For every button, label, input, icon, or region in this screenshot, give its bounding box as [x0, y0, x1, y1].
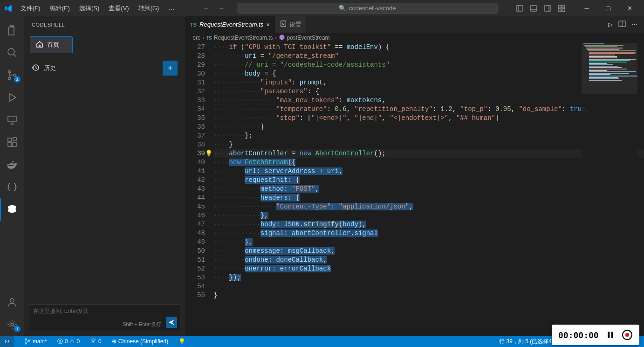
minimize-icon[interactable]: ─ — [576, 0, 597, 16]
menu-overflow[interactable]: … — [164, 2, 178, 14]
menu-edit[interactable]: 编辑(E) — [46, 2, 74, 14]
remote-indicator[interactable] — [0, 336, 14, 347]
tab-settings[interactable]: 设置 — [275, 16, 307, 33]
code-line[interactable]: ············}, — [213, 211, 644, 220]
recorder-stop-button[interactable] — [622, 330, 632, 340]
nav-forward-icon[interactable]: → — [215, 3, 226, 14]
code-line[interactable]: ············headers: { — [213, 194, 644, 202]
activity-search-icon[interactable] — [0, 42, 24, 64]
lightbulb-icon[interactable]: 💡 — [205, 149, 212, 158]
line-number: 55 — [185, 291, 205, 300]
code-content[interactable]: ····if ("GPU with TGI toolkit" == modelE… — [213, 43, 644, 336]
branch-indicator[interactable]: main* — [22, 336, 49, 347]
activity-debug-icon[interactable] — [0, 86, 24, 109]
menu-selection[interactable]: 选择(S) — [75, 2, 103, 14]
lightbulb-icon: 💡 — [178, 338, 185, 345]
code-line[interactable]: ················"max_new_tokens": maxtok… — [213, 96, 644, 105]
code-line[interactable]: } — [213, 291, 644, 300]
warning-icon: ⚠ — [69, 338, 75, 345]
nav-back-icon[interactable]: ← — [200, 3, 212, 14]
code-line[interactable]: ················"temperature": 0.6, "rep… — [213, 105, 644, 114]
svg-point-29 — [25, 339, 27, 340]
code-line[interactable]: ············body: JSON.stringify(body), — [213, 220, 644, 229]
code-line[interactable]: ········onerror: errorCallback — [213, 264, 644, 273]
code-line[interactable]: ········ondone: doneCallback, — [213, 256, 644, 264]
run-icon[interactable]: ▷ — [608, 21, 613, 28]
code-line[interactable]: ················"stop": ["|<end>|", "|en… — [213, 114, 644, 123]
activity-bracket-icon[interactable] — [0, 176, 24, 198]
activity-explorer-icon[interactable] — [0, 19, 24, 42]
toggle-primary-sidebar-icon[interactable] — [514, 3, 525, 14]
recorder-pause-button[interactable] — [605, 330, 616, 340]
line-number: 42 — [185, 176, 205, 185]
code-line[interactable]: ········// uri = "/codeshell-code/assist… — [213, 61, 644, 69]
window-controls: ─ ▢ ✕ — [576, 0, 640, 16]
line-number: 50 — [185, 247, 205, 256]
toggle-panel-icon[interactable] — [528, 3, 539, 14]
activity-docker-icon[interactable] — [0, 153, 24, 176]
activity-source-control-icon[interactable]: 1 — [0, 64, 24, 86]
history-row: 历史 + — [24, 57, 185, 79]
svg-rect-7 — [562, 5, 565, 8]
code-line[interactable]: ············} — [213, 123, 644, 132]
svg-line-11 — [14, 54, 16, 57]
code-line[interactable]: ············method: "POST", — [213, 185, 644, 194]
activity-codeshell-icon[interactable] — [0, 198, 24, 221]
minimap-viewport[interactable] — [582, 43, 637, 94]
split-editor-icon[interactable] — [618, 20, 626, 29]
ports-indicator[interactable]: 0 — [88, 336, 103, 347]
tab-filename: RequestEventStream.ts — [199, 21, 263, 28]
svg-rect-2 — [530, 6, 537, 11]
breadcrumb[interactable]: src › TS RequestEventStream.ts › postEve… — [185, 33, 644, 43]
code-line[interactable]: ········onmessage: msgCallback, — [213, 247, 644, 256]
code-line[interactable]: ········requestInit: { — [213, 176, 644, 185]
code-line[interactable]: ····}); — [213, 273, 644, 282]
line-number: 44 — [185, 194, 205, 202]
code-line[interactable]: ············"parameters": { — [213, 87, 644, 96]
close-window-icon[interactable]: ✕ — [619, 0, 640, 16]
more-actions-icon[interactable]: ⋯ — [631, 21, 637, 28]
code-line[interactable]: ················"Content-Type": "applica… — [213, 202, 644, 211]
minimap[interactable] — [582, 43, 637, 332]
code-line[interactable]: ····} — [213, 140, 644, 149]
code-line[interactable] — [213, 282, 644, 291]
code-line[interactable]: ········}; — [213, 132, 644, 140]
activity-account-icon[interactable] — [0, 291, 24, 313]
menu-file[interactable]: 文件(F) — [17, 2, 44, 14]
code-line[interactable]: ····if ("GPU with TGI toolkit" == modelE… — [213, 43, 644, 52]
breadcrumb-symbol[interactable]: postEventStream — [287, 35, 330, 41]
language-status[interactable]: ⊕ Chinese (Simplified) — [110, 336, 170, 347]
code-line[interactable]: ············"inputs": prompt, — [213, 78, 644, 87]
breadcrumb-file[interactable]: RequestEventStream.ts — [214, 35, 273, 41]
history-icon — [32, 64, 39, 73]
lightbulb-status[interactable]: 💡 — [177, 336, 187, 347]
menu-go[interactable]: 转到(G) — [135, 2, 163, 14]
code-line[interactable]: ········url: serverAddress + uri, — [213, 167, 644, 176]
tab-close-icon[interactable]: × — [266, 21, 270, 28]
home-button[interactable]: 首页 — [30, 36, 73, 53]
activity-extensions-icon[interactable] — [0, 131, 24, 153]
tab-requesteventstream[interactable]: TS RequestEventStream.ts × — [185, 16, 275, 33]
send-button[interactable] — [166, 317, 177, 328]
add-button[interactable]: + — [163, 61, 178, 76]
layout-controls — [514, 3, 567, 14]
typescript-icon: TS — [206, 35, 212, 41]
code-editor[interactable]: 2728293031323334353637383940414243444546… — [185, 43, 644, 336]
activity-remote-icon[interactable] — [0, 109, 24, 131]
code-line[interactable]: ········}, — [213, 238, 644, 247]
command-center[interactable]: 🔍 codeshell-vscode — [237, 3, 498, 14]
problems-indicator[interactable]: ⓧ0 ⚠0 — [55, 336, 82, 347]
code-line[interactable]: ········uri = "/generate_stream" — [213, 52, 644, 61]
maximize-icon[interactable]: ▢ — [597, 0, 619, 16]
activity-settings-icon[interactable]: 1 — [0, 313, 24, 336]
code-line[interactable]: ············signal: abortController.sign… — [213, 229, 644, 238]
chat-input[interactable]: 在这里提问, Enter发送 Shift + Enter换行 — [29, 304, 180, 331]
line-number: 51 — [185, 256, 205, 264]
menu-view[interactable]: 查看(V) — [105, 2, 132, 14]
code-line[interactable]: ········body = { — [213, 69, 644, 78]
customize-layout-icon[interactable] — [556, 3, 567, 14]
code-line[interactable]: ····new FetchStream({ — [213, 158, 644, 167]
code-line[interactable]: ····abortController = new AbortControlle… — [213, 149, 644, 158]
toggle-secondary-sidebar-icon[interactable] — [542, 3, 553, 14]
breadcrumb-folder[interactable]: src — [193, 35, 200, 41]
